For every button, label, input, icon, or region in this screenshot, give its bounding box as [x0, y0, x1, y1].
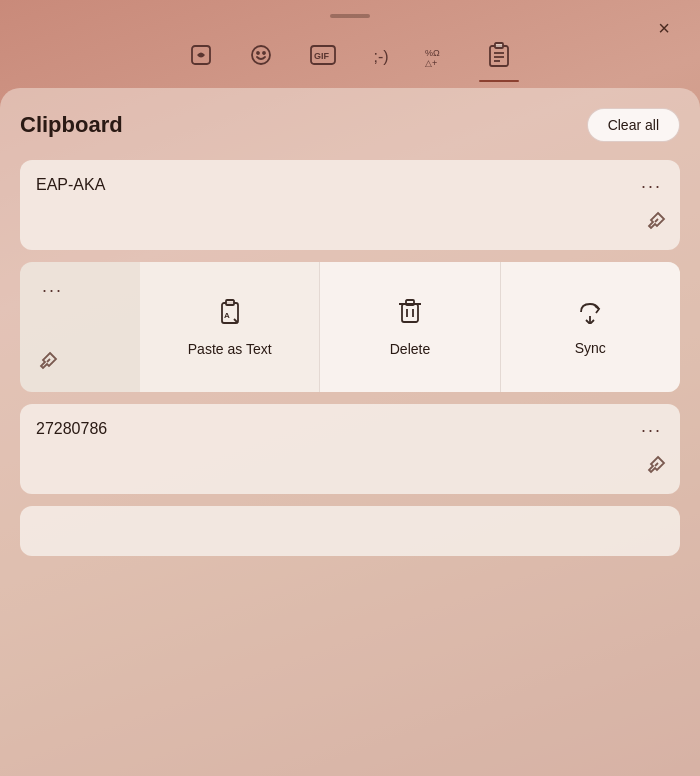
tab-emoji[interactable] — [241, 37, 281, 81]
svg-text:A: A — [224, 311, 230, 320]
context-actions: A Paste as Text Delete — [140, 262, 680, 392]
item-pin-button-1[interactable] — [644, 211, 666, 238]
svg-text:GIF: GIF — [314, 51, 330, 61]
svg-line-25 — [655, 463, 658, 466]
paste-as-text-label: Paste as Text — [188, 341, 272, 357]
symbols-icon: %Ω △+ — [425, 43, 451, 71]
panel-header: Clipboard Clear all — [20, 108, 680, 142]
clipboard-item-3: 27280786 ··· — [20, 404, 680, 494]
tab-kaomoji[interactable]: ;-) — [365, 43, 396, 75]
tab-gif[interactable]: GIF — [301, 37, 345, 81]
clipboard-item-1: EAP-AKA ··· — [20, 160, 680, 250]
panel-title: Clipboard — [20, 112, 123, 138]
delete-label: Delete — [390, 341, 430, 357]
clipboard-panel: Clipboard Clear all EAP-AKA ··· ··· — [0, 88, 700, 776]
paste-as-text-button[interactable]: A Paste as Text — [140, 262, 319, 392]
svg-rect-8 — [490, 46, 508, 66]
context-left-panel: ··· — [20, 262, 140, 392]
item-pin-button-2[interactable] — [36, 351, 58, 378]
item-pin-button-3[interactable] — [644, 455, 666, 482]
svg-text:%Ω: %Ω — [425, 48, 440, 58]
tabs-row: GIF ;-) %Ω △+ — [0, 28, 700, 82]
sync-icon — [576, 298, 604, 330]
delete-button[interactable]: Delete — [319, 262, 499, 392]
clipboard-item-text-3: 27280786 — [36, 420, 107, 437]
clipboard-item-2-context: ··· A Paste as Text — [20, 262, 680, 392]
svg-rect-19 — [402, 304, 418, 322]
top-bar: × — [0, 0, 700, 28]
sync-label: Sync — [575, 340, 606, 356]
svg-rect-21 — [406, 300, 414, 305]
svg-rect-16 — [226, 300, 234, 305]
svg-point-1 — [252, 46, 270, 64]
clipboard-icon — [487, 42, 511, 72]
svg-line-14 — [47, 359, 50, 362]
emoji-icon — [249, 43, 273, 71]
item-more-button-2[interactable]: ··· — [36, 276, 69, 305]
kaomoji-icon: ;-) — [373, 49, 388, 65]
tab-symbols[interactable]: %Ω △+ — [417, 37, 459, 81]
drag-handle[interactable] — [330, 14, 370, 18]
svg-text:△+: △+ — [425, 58, 437, 67]
item-more-button-3[interactable]: ··· — [635, 416, 668, 445]
gif-icon: GIF — [309, 43, 337, 71]
clipboard-item-4 — [20, 506, 680, 556]
clipboard-item-text-1: EAP-AKA — [36, 176, 105, 193]
delete-icon — [397, 297, 423, 331]
tab-clipboard[interactable] — [479, 36, 519, 82]
svg-line-13 — [655, 219, 658, 222]
stickers-icon — [189, 43, 213, 71]
tab-stickers[interactable] — [181, 37, 221, 81]
svg-rect-9 — [495, 43, 503, 48]
svg-point-3 — [263, 52, 265, 54]
paste-as-text-icon: A — [216, 297, 244, 331]
clear-all-button[interactable]: Clear all — [587, 108, 680, 142]
close-button[interactable]: × — [648, 12, 680, 44]
svg-point-2 — [257, 52, 259, 54]
item-more-button-1[interactable]: ··· — [635, 172, 668, 201]
sync-button[interactable]: Sync — [500, 262, 680, 392]
